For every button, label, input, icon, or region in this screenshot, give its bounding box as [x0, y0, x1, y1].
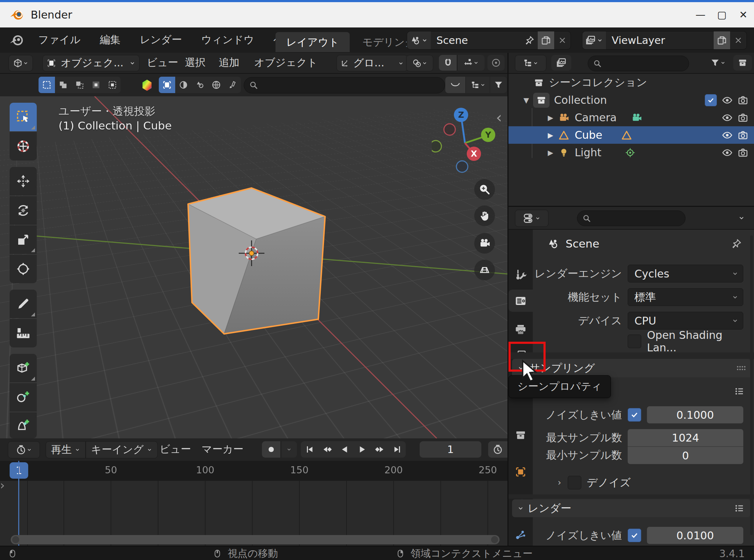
timeline-menu-marker[interactable]: マーカー — [202, 438, 243, 460]
render-noise-threshold-checkbox[interactable] — [628, 529, 641, 542]
tool-move[interactable] — [10, 167, 37, 195]
device-dropdown[interactable]: CPU — [628, 312, 743, 330]
viewport-menu-add[interactable]: 追加 — [219, 53, 239, 72]
maximize-button[interactable]: ▢ — [711, 5, 733, 25]
timeline-ruler[interactable]: 1 50 100 150 200 250 — [0, 461, 507, 481]
properties-options-dropdown[interactable] — [733, 210, 750, 225]
viewlayer-browse-button[interactable] — [582, 31, 606, 49]
render-visibility-toggle[interactable] — [738, 95, 748, 106]
disclosure-triangle[interactable]: ▼ — [523, 96, 529, 105]
tool-cursor[interactable] — [10, 132, 37, 161]
tool-rotate[interactable] — [10, 196, 37, 225]
sampling-section-header[interactable]: サンプリング — [512, 359, 750, 377]
collection-checkbox[interactable] — [705, 94, 717, 106]
pivot-point-dropdown[interactable] — [406, 55, 433, 71]
select-mode-intersect[interactable] — [104, 77, 121, 93]
snap-toggle[interactable] — [439, 55, 457, 71]
viewlayer-remove-button[interactable] — [730, 31, 747, 49]
editor-type-button[interactable] — [9, 55, 33, 71]
properties-editor-type-button[interactable] — [515, 210, 548, 227]
viewlayer-name[interactable]: ViewLayer — [606, 34, 714, 46]
disclosure-triangle[interactable]: ▶ — [548, 113, 553, 122]
menu-edit[interactable]: 編集 — [90, 27, 130, 52]
tool-annotate[interactable] — [10, 290, 37, 318]
render-engine-dropdown[interactable]: Cycles — [628, 265, 743, 282]
ortho-toggle-button[interactable] — [474, 260, 495, 280]
transform-orientation-dropdown[interactable]: グロ... — [336, 55, 408, 71]
zoom-button[interactable] — [474, 179, 495, 200]
properties-search-input[interactable] — [577, 210, 685, 226]
hide-eye-toggle[interactable] — [722, 112, 733, 123]
hide-eye-toggle[interactable] — [722, 130, 733, 141]
render-subpanel-header[interactable]: レンダー — [512, 499, 750, 517]
render-visibility-toggle[interactable] — [738, 112, 748, 123]
menu-window[interactable]: ウィンドウ — [192, 27, 264, 52]
outliner-row-camera[interactable]: ▶ Camera — [508, 109, 754, 126]
noise-threshold-checkbox[interactable] — [628, 408, 641, 422]
scene-unlink-button[interactable] — [554, 31, 571, 49]
tool-select-box[interactable] — [10, 103, 37, 131]
outliner-row-scene-collection[interactable]: シーンコレクション — [508, 74, 754, 91]
tool-scale[interactable] — [10, 225, 37, 254]
outliner-row-collection[interactable]: ▼ Collection — [508, 91, 754, 109]
falloff-curve-button[interactable] — [445, 77, 465, 93]
list-icon[interactable] — [734, 386, 745, 397]
tool-measure[interactable] — [10, 319, 37, 347]
record-button[interactable] — [262, 441, 280, 458]
outliner-display-mode-dropdown[interactable] — [515, 55, 546, 71]
tab-output[interactable] — [508, 318, 533, 340]
current-frame-field[interactable]: 1 — [420, 441, 481, 458]
select-mode-extend[interactable] — [55, 77, 71, 93]
tool-add-cube[interactable] — [10, 354, 37, 382]
select-mode-new[interactable] — [39, 77, 55, 93]
select-mode-invert[interactable] — [88, 77, 104, 93]
close-button[interactable]: ✕ — [733, 5, 754, 25]
prev-keyframe-button[interactable] — [318, 441, 336, 458]
minimize-button[interactable]: — — [690, 5, 711, 25]
tab-object[interactable] — [508, 461, 533, 483]
jump-to-start-button[interactable] — [301, 441, 318, 458]
playhead[interactable] — [18, 461, 19, 546]
denoise-checkbox[interactable] — [568, 476, 581, 489]
play-reverse-button[interactable] — [336, 441, 353, 458]
titlebar[interactable]: Blender — ▢ ✕ — [0, 2, 754, 27]
min-samples-field[interactable]: 0 — [628, 446, 743, 464]
menu-file[interactable]: ファイル — [29, 27, 90, 52]
render-visibility-toggle[interactable] — [738, 130, 748, 141]
keying-set-dropdown[interactable] — [280, 441, 297, 458]
use-preview-range-button[interactable] — [488, 441, 507, 458]
viewport-search-input[interactable] — [244, 77, 445, 93]
disclosure-triangle[interactable]: ▶ — [548, 131, 553, 139]
workspace-tab-layout[interactable]: レイアウト — [275, 32, 350, 52]
viewlayer-new-button[interactable] — [714, 31, 730, 49]
shading-preview[interactable] — [192, 77, 208, 93]
outliner-search-input[interactable] — [588, 56, 689, 71]
outliner-library-button[interactable] — [551, 55, 571, 71]
tool-add-primitive[interactable] — [10, 412, 37, 438]
scene-new-button[interactable] — [538, 31, 554, 49]
collapse-panel-chevron[interactable]: ‹ — [496, 109, 502, 126]
noise-threshold-field[interactable]: 0.1000 — [647, 406, 743, 423]
shading-solid[interactable] — [159, 77, 175, 93]
select-mode-subtract[interactable] — [71, 77, 88, 93]
filter-button[interactable] — [490, 77, 507, 93]
pin-icon[interactable] — [731, 238, 742, 249]
render-visibility-toggle[interactable] — [738, 147, 748, 158]
next-keyframe-button[interactable] — [371, 441, 388, 458]
timeline-scrollbar[interactable] — [11, 535, 500, 544]
tool-extrude[interactable] — [10, 383, 37, 412]
blender-menu-icon[interactable] — [9, 32, 25, 47]
feature-set-dropdown[interactable]: 標準 — [628, 288, 743, 306]
jump-to-end-button[interactable] — [388, 441, 406, 458]
disclosure-triangle[interactable]: ▶ — [548, 148, 553, 157]
scene-browse-button[interactable] — [407, 31, 431, 49]
scene-name[interactable]: Scene — [431, 34, 521, 46]
outliner-filter-dropdown[interactable] — [705, 55, 730, 71]
timeline-menu-view[interactable]: ビュー — [160, 438, 191, 460]
proportional-editing-toggle[interactable] — [487, 55, 505, 71]
tool-transform[interactable] — [10, 255, 37, 283]
expand-panel-chevron[interactable]: › — [0, 478, 5, 492]
new-collection-button[interactable] — [733, 55, 752, 71]
timeline-menu-playback[interactable]: 再生 — [46, 442, 85, 458]
axis-gizmo[interactable]: Z Y X — [432, 106, 500, 174]
